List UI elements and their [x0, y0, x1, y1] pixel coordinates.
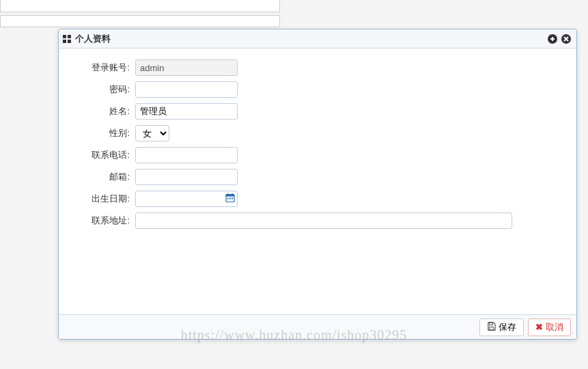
- svg-rect-16: [490, 327, 494, 330]
- svg-rect-9: [226, 195, 234, 197]
- account-input: [135, 59, 238, 76]
- svg-rect-11: [232, 193, 234, 195]
- svg-rect-12: [227, 198, 229, 200]
- profile-dialog: 个人资料 登录账号: 密码: 姓名: 性别:: [58, 29, 577, 340]
- svg-rect-3: [68, 40, 71, 43]
- dialog-header: 个人资料: [59, 29, 576, 49]
- row-email: 邮箱:: [70, 169, 565, 185]
- svg-rect-1: [68, 35, 71, 38]
- label-gender: 性别:: [70, 127, 135, 139]
- row-account: 登录账号:: [70, 59, 565, 76]
- label-phone: 联系电话:: [70, 149, 135, 161]
- row-password: 密码:: [70, 81, 565, 98]
- cancel-button[interactable]: ✖ 取消: [528, 318, 571, 336]
- row-address: 联系地址:: [70, 213, 565, 229]
- maximize-icon[interactable]: [546, 33, 559, 45]
- dialog-body: 登录账号: 密码: 姓名: 性别: 女 联: [59, 49, 576, 314]
- svg-rect-14: [232, 198, 233, 200]
- row-phone: 联系电话:: [70, 147, 565, 163]
- background-field-2: [0, 15, 280, 27]
- row-birthdate: 出生日期:: [70, 191, 565, 207]
- close-icon[interactable]: [560, 33, 572, 45]
- grid-icon: [63, 35, 71, 43]
- phone-input[interactable]: [135, 147, 238, 163]
- gender-select[interactable]: 女: [135, 125, 169, 141]
- save-icon: [487, 322, 496, 333]
- svg-rect-13: [229, 198, 231, 200]
- row-gender: 性别: 女: [70, 125, 565, 141]
- save-label: 保存: [499, 321, 516, 333]
- label-name: 姓名:: [70, 105, 135, 118]
- label-account: 登录账号:: [70, 62, 135, 74]
- name-input[interactable]: [135, 103, 238, 120]
- background-field-1: [0, 0, 280, 12]
- cancel-label: 取消: [546, 321, 563, 333]
- row-name: 姓名:: [70, 103, 565, 120]
- email-input[interactable]: [135, 169, 238, 185]
- label-password: 密码:: [70, 83, 135, 96]
- svg-rect-10: [227, 193, 229, 195]
- calendar-icon[interactable]: [225, 193, 235, 205]
- x-icon: ✖: [535, 322, 543, 332]
- label-email: 邮箱:: [70, 171, 135, 183]
- label-birthdate: 出生日期:: [70, 193, 135, 205]
- dialog-title: 个人资料: [75, 33, 111, 45]
- dialog-footer: 保存 ✖ 取消: [59, 314, 576, 339]
- address-input[interactable]: [135, 213, 512, 229]
- save-button[interactable]: 保存: [479, 318, 524, 336]
- birthdate-input[interactable]: [135, 191, 238, 207]
- password-input[interactable]: [135, 81, 238, 98]
- svg-rect-2: [63, 40, 66, 43]
- svg-rect-0: [63, 35, 66, 38]
- svg-rect-6: [552, 37, 553, 41]
- svg-rect-15: [490, 322, 493, 325]
- label-address: 联系地址:: [70, 215, 135, 227]
